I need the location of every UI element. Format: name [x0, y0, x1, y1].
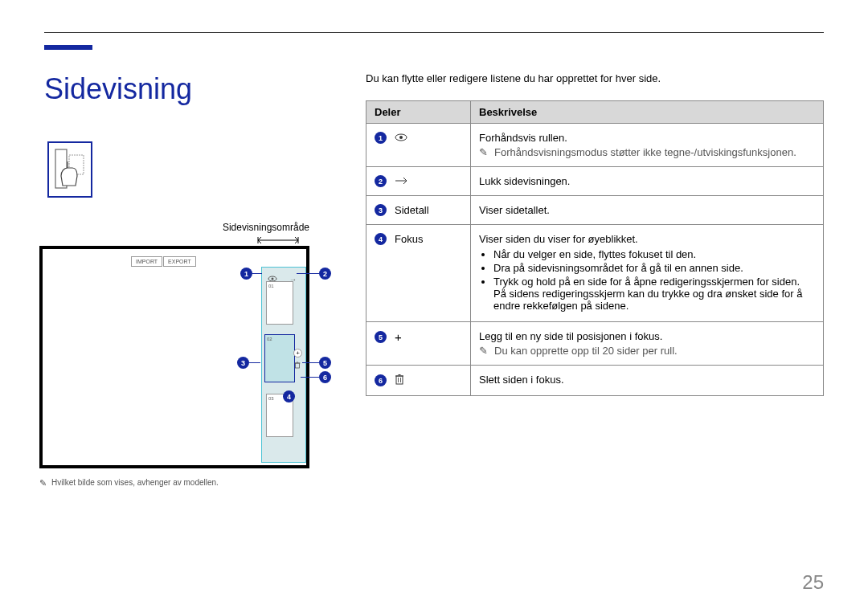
- eye-icon: [395, 132, 407, 144]
- desc-bullet: Dra på sidevisningsområdet for å gå til …: [493, 262, 815, 274]
- intro-text: Du kan flytte eller redigere listene du …: [366, 72, 824, 84]
- table-row: 6Slett siden i fokus.: [366, 366, 824, 396]
- parts-cell: 5+: [366, 322, 471, 366]
- area-label: Sidevisningsområde: [39, 222, 309, 233]
- import-button: IMPORT: [131, 256, 162, 267]
- table-row: 5+Legg til en ny side til posisjonen i f…: [366, 322, 824, 366]
- parts-cell: 2: [366, 167, 471, 196]
- num-badge: 2: [375, 175, 387, 187]
- image-note: ✎ Hvilket bilde som vises, avhenger av m…: [39, 478, 317, 488]
- export-button: EXPORT: [163, 256, 196, 267]
- trash-icon: [294, 362, 301, 370]
- measure-arrow: [255, 235, 301, 246]
- note-icon: ✎: [479, 345, 488, 357]
- part-label: Sidetall: [395, 204, 429, 216]
- desc-note: Forhåndsvisningsmodus støtter ikke tegne…: [494, 146, 796, 158]
- table-row: 4FokusViser siden du viser for øyeblikke…: [366, 225, 824, 322]
- desc-bullet: Når du velger en side, flyttes fokuset t…: [493, 248, 815, 260]
- callout-5: 5: [319, 357, 331, 369]
- svg-point-6: [272, 278, 274, 280]
- desc-cell: Slett siden i fokus.: [471, 366, 824, 396]
- desc-cell: Legg til en ny side til posisjonen i fok…: [471, 322, 824, 366]
- desc-note: Du kan opprette opp til 20 sider per rul…: [494, 345, 678, 357]
- desc-main: Viser siden du viser for øyeblikket.: [479, 233, 815, 245]
- screenshot-figure: IMPORT EXPORT → 01: [39, 246, 309, 468]
- page-number: 25: [802, 571, 824, 594]
- callout-6: 6: [319, 371, 331, 383]
- desc-cell: Viser siden du viser for øyeblikket.Når …: [471, 225, 824, 322]
- desc-bullet: Trykk og hold på en side for å åpne redi…: [493, 276, 815, 312]
- parts-cell: 6: [366, 366, 471, 396]
- parts-cell: 4Fokus: [366, 225, 471, 322]
- trash-icon: [395, 374, 404, 387]
- header-tab-indicator: [44, 45, 92, 50]
- num-badge: 4: [375, 233, 387, 245]
- desc-main: Viser sidetallet.: [479, 204, 815, 216]
- svg-rect-7: [296, 363, 300, 368]
- desc-main: Legg til en ny side til posisjonen i fok…: [479, 330, 815, 342]
- num-badge: 3: [375, 204, 387, 216]
- num-badge: 6: [375, 374, 387, 386]
- desc-main: Lukk sidevisningen.: [479, 175, 815, 187]
- note-icon: ✎: [479, 146, 488, 158]
- arrow-right-icon: [395, 175, 409, 187]
- parts-table: Deler Beskrivelse 1Forhåndsvis rullen.✎F…: [366, 100, 824, 396]
- num-badge: 5: [375, 331, 387, 343]
- th-parts: Deler: [366, 101, 471, 124]
- table-row: 1Forhåndsvis rullen.✎Forhåndsvisningsmod…: [366, 124, 824, 167]
- callout-2: 2: [319, 268, 331, 280]
- plus-icon: +: [395, 330, 402, 344]
- parts-cell: 1: [366, 124, 471, 167]
- svg-point-11: [399, 136, 403, 139]
- desc-main: Slett siden i fokus.: [479, 374, 815, 386]
- touch-gesture-figure: [47, 141, 92, 198]
- desc-cell: Forhåndsvis rullen.✎Forhåndsvisningsmodu…: [471, 124, 824, 167]
- table-row: 3SidetallViser sidetallet.: [366, 196, 824, 225]
- part-label: Fokus: [395, 233, 423, 245]
- table-row: 2Lukk sidevisningen.: [366, 167, 824, 196]
- svg-rect-13: [396, 376, 403, 384]
- callout-3: 3: [237, 357, 249, 369]
- num-badge: 1: [375, 132, 387, 144]
- th-desc: Beskrivelse: [471, 101, 824, 124]
- note-icon: ✎: [39, 478, 47, 488]
- desc-main: Forhåndsvis rullen.: [479, 132, 815, 144]
- plus-icon: +: [293, 349, 302, 358]
- page-title: Sidevisning: [44, 72, 317, 106]
- desc-cell: Viser sidetallet.: [471, 196, 824, 225]
- callout-1: 1: [240, 268, 252, 280]
- desc-cell: Lukk sidevisningen.: [471, 167, 824, 196]
- parts-cell: 3Sidetall: [366, 196, 471, 225]
- header-divider: [44, 32, 824, 33]
- callout-4: 4: [283, 390, 295, 403]
